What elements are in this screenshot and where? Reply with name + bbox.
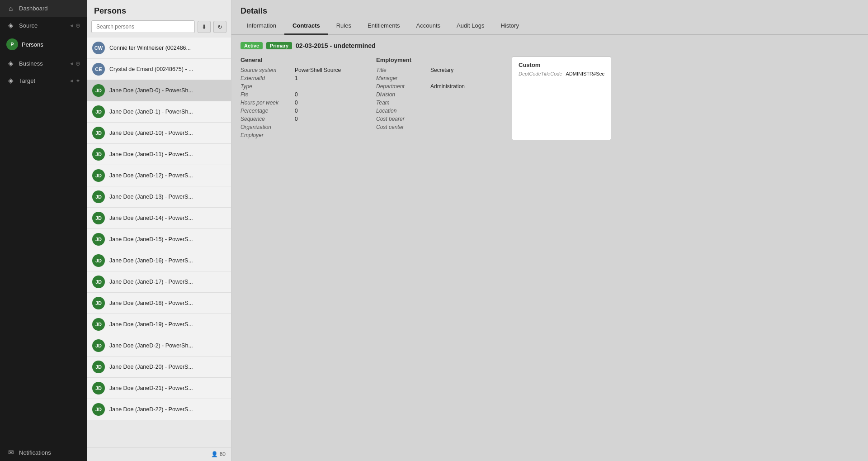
- person-avatar: CE: [92, 63, 105, 76]
- sidebar-item-target[interactable]: ◈ Target ◄ ✦: [0, 72, 87, 89]
- person-name: Jane Doe (JaneD-11) - PowerS...: [109, 151, 193, 157]
- field-value: PowerShell Source: [295, 67, 341, 73]
- tab-accounts[interactable]: Accounts: [408, 18, 448, 35]
- field-label: Sequence: [241, 116, 295, 122]
- person-avatar: JD: [92, 105, 105, 118]
- person-name: Jane Doe (JaneD-20) - PowerS...: [109, 364, 193, 370]
- person-item[interactable]: JD Jane Doe (JaneD-15) - PowerS...: [87, 229, 231, 250]
- person-name: Jane Doe (JaneD-2) - PowerSh...: [109, 342, 193, 349]
- search-input[interactable]: [91, 20, 195, 33]
- persons-panel: Persons ⬇ ↻ CW Connie ter Wintheiser (00…: [87, 0, 231, 461]
- field-row: Manager: [376, 75, 494, 81]
- person-name: Jane Doe (JaneD-17) - PowerS...: [109, 279, 193, 285]
- general-fields: Source systemPowerShell SourceExternalId…: [241, 67, 358, 138]
- person-avatar: JD: [92, 318, 105, 331]
- add-source-icon[interactable]: ⊕: [75, 22, 80, 29]
- field-label: Team: [376, 100, 430, 106]
- general-title: General: [241, 57, 358, 63]
- person-name: Jane Doe (JaneD-14) - PowerS...: [109, 215, 193, 221]
- person-item[interactable]: JD Jane Doe (JaneD-18) - PowerS...: [87, 293, 231, 314]
- person-count-icon: 👤: [211, 451, 218, 457]
- person-item[interactable]: JD Jane Doe (JaneD-1) - PowerSh...: [87, 101, 231, 123]
- field-row: Team: [376, 100, 494, 106]
- person-count: 60: [220, 451, 226, 457]
- field-label: Organization: [241, 124, 295, 130]
- field-row: Employer: [241, 132, 358, 138]
- field-row: DeptCodeTitleCodeADMINISTR#Sec: [519, 71, 604, 76]
- person-item[interactable]: JD Jane Doe (JaneD-2) - PowerSh...: [87, 335, 231, 356]
- person-item[interactable]: JD Jane Doe (JaneD-22) - PowerS...: [87, 399, 231, 420]
- person-name: Jane Doe (JaneD-0) - PowerSh...: [109, 87, 193, 94]
- refresh-button[interactable]: ↻: [213, 21, 226, 33]
- persons-search-bar: ⬇ ↻: [87, 20, 231, 38]
- sidebar-item-label: Business: [19, 60, 69, 67]
- person-item[interactable]: JD Jane Doe (JaneD-20) - PowerS...: [87, 356, 231, 378]
- person-name: Jane Doe (JaneD-16) - PowerS...: [109, 257, 193, 264]
- field-label: Percentage: [241, 108, 295, 114]
- person-item[interactable]: CW Connie ter Wintheiser (002486...: [87, 38, 231, 59]
- sidebar-item-label: Persons: [22, 41, 80, 48]
- person-avatar: JD: [92, 339, 105, 352]
- person-name: Jane Doe (JaneD-13) - PowerS...: [109, 194, 193, 200]
- person-name: Jane Doe (JaneD-1) - PowerSh...: [109, 109, 193, 115]
- person-item[interactable]: JD Jane Doe (JaneD-19) - PowerS...: [87, 314, 231, 335]
- field-label: Fte: [241, 91, 295, 98]
- person-item[interactable]: JD Jane Doe (JaneD-14) - PowerS...: [87, 208, 231, 229]
- active-badge: Active: [241, 42, 263, 49]
- sidebar-item-label: Notifications: [19, 449, 80, 456]
- person-avatar: JD: [92, 148, 105, 161]
- main-content: Persons ⬇ ↻ CW Connie ter Wintheiser (00…: [87, 0, 868, 461]
- person-avatar: JD: [92, 382, 105, 394]
- person-item[interactable]: JD Jane Doe (JaneD-17) - PowerS...: [87, 271, 231, 293]
- field-value: 0: [295, 91, 298, 98]
- custom-title: Custom: [519, 62, 604, 68]
- source-icon: ◈: [6, 21, 15, 29]
- persons-footer: 👤 60: [87, 447, 231, 461]
- tab-information[interactable]: Information: [239, 18, 284, 35]
- person-item[interactable]: JD Jane Doe (JaneD-16) - PowerS...: [87, 250, 231, 271]
- sidebar-item-dashboard[interactable]: ⌂ Dashboard: [0, 0, 87, 17]
- tab-rules[interactable]: Rules: [328, 18, 359, 35]
- person-avatar: JD: [92, 84, 105, 97]
- download-button[interactable]: ⬇: [198, 21, 211, 33]
- person-item[interactable]: JD Jane Doe (JaneD-21) - PowerS...: [87, 378, 231, 399]
- tab-history[interactable]: History: [492, 18, 527, 35]
- sidebar-item-source[interactable]: ◈ Source ◄ ⊕: [0, 17, 87, 34]
- field-label: ExternalId: [241, 75, 295, 81]
- settings-icon[interactable]: ⊕: [75, 60, 80, 67]
- field-label: Source system: [241, 67, 295, 73]
- person-item[interactable]: JD Jane Doe (JaneD-10) - PowerS...: [87, 123, 231, 144]
- person-avatar: JD: [92, 233, 105, 246]
- dashboard-icon: ⌂: [6, 5, 15, 12]
- tab-entitlements[interactable]: Entitlements: [359, 18, 408, 35]
- tab-audit_logs[interactable]: Audit Logs: [448, 18, 492, 35]
- sidebar-item-business[interactable]: ◈ Business ◄ ⊕: [0, 55, 87, 72]
- person-avatar: JD: [92, 254, 105, 267]
- person-avatar: JD: [92, 212, 105, 224]
- sidebar-item-notifications[interactable]: ✉ Notifications: [0, 444, 87, 461]
- employment-title: Employment: [376, 57, 494, 63]
- person-item[interactable]: JD Jane Doe (JaneD-13) - PowerS...: [87, 186, 231, 208]
- sidebar-item-label: Source: [19, 22, 69, 29]
- details-tabs: InformationContractsRulesEntitlementsAcc…: [231, 18, 868, 35]
- person-item[interactable]: JD Jane Doe (JaneD-11) - PowerS...: [87, 144, 231, 165]
- details-content: Active Primary 02-03-2015 - undetermined…: [231, 35, 868, 461]
- field-label: Location: [376, 108, 430, 114]
- person-name: Jane Doe (JaneD-22) - PowerS...: [109, 406, 193, 413]
- custom-section: Custom DeptCodeTitleCodeADMINISTR#Sec: [512, 57, 611, 140]
- person-item[interactable]: CE Crystal de Emard (00248675) - ...: [87, 59, 231, 80]
- sidebar-item-persons[interactable]: P Persons: [0, 34, 87, 55]
- field-value: Secretary: [430, 67, 453, 73]
- grid-icon[interactable]: ✦: [75, 77, 80, 84]
- field-row: Hours per week0: [241, 100, 358, 106]
- person-item[interactable]: JD Jane Doe (JaneD-12) - PowerS...: [87, 165, 231, 186]
- person-item[interactable]: JD Jane Doe (JaneD-0) - PowerSh...: [87, 80, 231, 101]
- field-label: Department: [376, 83, 430, 90]
- person-avatar: CW: [92, 42, 105, 54]
- person-avatar: JD: [92, 361, 105, 373]
- field-label: Employer: [241, 132, 295, 138]
- field-row: DepartmentAdministration: [376, 83, 494, 90]
- field-row: Location: [376, 108, 494, 114]
- persons-title: Persons: [87, 0, 231, 20]
- tab-contracts[interactable]: Contracts: [284, 18, 328, 35]
